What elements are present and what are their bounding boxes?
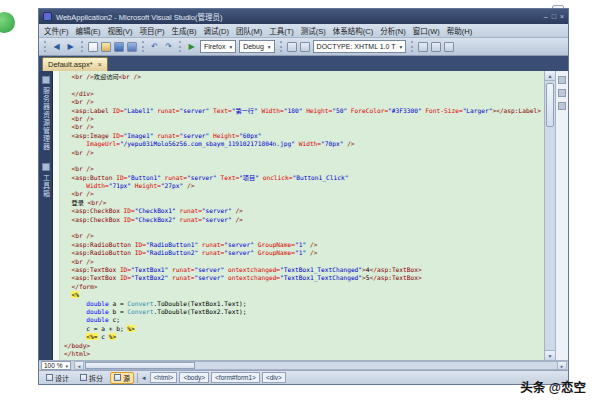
code-line: <% (64, 291, 544, 299)
extensions-icon[interactable] (300, 42, 310, 52)
code-line: </form> (64, 283, 544, 291)
code-line: <%= c %> (64, 333, 544, 341)
undo-icon[interactable]: ↶ (149, 41, 160, 53)
view-icon (80, 374, 87, 381)
panel-icon[interactable] (558, 89, 566, 97)
doctype-dropdown[interactable]: DOCTYPE: XHTML 1.0 T ▾ (313, 40, 407, 53)
menu-item[interactable]: 分析(N) (380, 25, 405, 36)
browser-target-dropdown[interactable]: Firefox ▾ (200, 40, 236, 53)
left-panel-tab-bar: 服务器资源管理器工具箱 (39, 71, 52, 360)
comment-icon[interactable] (431, 42, 441, 52)
sidebar-tab[interactable]: 服务器资源管理器 (41, 76, 51, 151)
collapsed-panel-bar (555, 71, 568, 360)
menu-item[interactable]: 体系结构(C) (333, 25, 373, 36)
code-line: double b = Convert.ToDouble(TextBox2.Tex… (64, 308, 544, 316)
tab-close-icon[interactable]: × (98, 61, 102, 69)
tab-default-aspx[interactable]: Default.aspx* × (42, 57, 108, 71)
open-file-icon[interactable] (101, 42, 111, 52)
toolbar-grip (44, 41, 46, 52)
code-line: double c; (64, 316, 544, 324)
new-file-icon[interactable] (88, 42, 98, 52)
options-icon[interactable] (444, 42, 454, 52)
panel-icon[interactable] (558, 76, 566, 84)
code-content: <br />欢迎访问<br /> </div> <br /> <asp:Labe… (60, 71, 544, 360)
menu-item[interactable]: 文件(F) (44, 25, 69, 36)
visual-studio-window: WebApplication2 - Microsoft Visual Studi… (38, 8, 569, 385)
code-line: <br /> (64, 149, 544, 157)
view-label: 设计 (55, 373, 69, 383)
code-line: <br /> (64, 190, 544, 198)
code-line (64, 81, 544, 89)
view-label: 源 (123, 373, 130, 383)
save-icon[interactable] (114, 42, 124, 52)
breadcrumb-chip[interactable]: <body> (179, 372, 209, 383)
menu-item[interactable]: 调试(D) (204, 25, 229, 36)
view-label: 拆分 (89, 373, 103, 383)
menu-item[interactable]: 帮助(H) (447, 25, 472, 36)
visual-studio-logo-icon (43, 12, 52, 21)
green-dot-decoration (0, 12, 15, 33)
code-line: <asp:RadioButton ID="RadioButton1" runat… (64, 241, 544, 249)
code-editor[interactable]: <br />欢迎访问<br /> </div> <br /> <asp:Labe… (52, 71, 544, 360)
code-line: <asp:Image ID="Image1" runat="server" He… (64, 132, 544, 140)
breadcrumb-back-icon[interactable]: ◂ (141, 374, 147, 382)
view-icon (114, 374, 121, 381)
chevron-down-icon: ▾ (65, 363, 68, 369)
start-debug-icon[interactable]: ▶ (186, 41, 197, 53)
zoom-control[interactable]: 100 % ▾ (41, 361, 71, 370)
view-button[interactable]: 源 (110, 372, 134, 384)
tab-label: Default.aspx* (48, 60, 93, 69)
menu-item[interactable]: 视图(V) (108, 25, 133, 36)
menu-item[interactable]: 项目(P) (140, 25, 165, 36)
menu-item[interactable]: 团队(M) (236, 25, 262, 36)
panel-icon (42, 76, 50, 84)
menu-item[interactable]: 测试(S) (301, 25, 326, 36)
chevron-down-icon: ▾ (268, 44, 271, 50)
code-line: <asp:RadioButton ID="RadioButton2" runat… (64, 249, 544, 257)
minimize-button[interactable]: – (544, 12, 548, 21)
toolbar-grip (179, 41, 181, 52)
toolbar-grip (280, 41, 282, 52)
scroll-right-icon[interactable]: ▸ (557, 362, 566, 369)
toolbar-grip (411, 41, 413, 52)
find-icon[interactable] (287, 42, 297, 52)
breadcrumb-chip[interactable]: <div> (262, 372, 286, 383)
breadcrumb-chip[interactable]: <form#form1> (211, 372, 260, 383)
horizontal-scrollbar-thumb[interactable] (85, 362, 195, 369)
code-line: <br /> (64, 115, 544, 123)
view-button[interactable]: 拆分 (76, 372, 107, 384)
menu-item[interactable]: 编辑(E) (76, 25, 101, 36)
redo-icon[interactable]: ↷ (163, 41, 174, 53)
browser-target-value: Firefox (204, 43, 225, 50)
navigate-forward-icon[interactable]: ▶ (65, 41, 76, 53)
scroll-up-icon[interactable]: ▲ (545, 71, 555, 81)
menu-item[interactable]: 窗口(W) (413, 25, 440, 36)
doctype-value: DOCTYPE: XHTML 1.0 T (317, 43, 396, 50)
menu-item[interactable]: 生成(B) (172, 25, 197, 36)
toolbar: ◀ ▶ ↶ ↷ ▶ Firefox ▾ Debug ▾ DOC (39, 38, 568, 56)
vertical-scrollbar-thumb[interactable] (546, 83, 554, 127)
chevron-down-icon: ▾ (229, 44, 232, 50)
horizontal-scrollbar[interactable]: ◂ ▸ (74, 361, 567, 370)
maximize-button[interactable]: □ (552, 12, 556, 21)
menu-item[interactable]: 工具(T) (269, 25, 294, 36)
scroll-down-icon[interactable]: ▼ (545, 350, 555, 360)
format-icon[interactable] (418, 42, 428, 52)
code-line: Width="71px" Height="27px" /> (64, 182, 544, 190)
save-all-icon[interactable] (127, 42, 137, 52)
vertical-scrollbar[interactable]: ▲ ▼ (544, 71, 555, 360)
code-line: <br /> (64, 258, 544, 266)
sidebar-tab[interactable]: 工具箱 (41, 163, 51, 198)
code-line: 登录 <br/> (64, 199, 544, 207)
close-button[interactable]: × (560, 12, 564, 21)
breadcrumb-chip[interactable]: <html> (150, 372, 178, 383)
code-line: double a = Convert.ToDouble(TextBox1.Tex… (64, 300, 544, 308)
solution-config-dropdown[interactable]: Debug ▾ (239, 40, 274, 53)
toolbar-grip (81, 41, 83, 52)
main-area: 服务器资源管理器工具箱 <br />欢迎访问<br /> </div> <br … (39, 71, 568, 360)
scroll-left-icon[interactable]: ◂ (75, 362, 84, 369)
panel-icon[interactable] (558, 102, 566, 110)
navigate-back-icon[interactable]: ◀ (51, 41, 62, 53)
document-tab-strip: Default.aspx* × (39, 56, 568, 71)
view-button[interactable]: 设计 (42, 372, 73, 384)
